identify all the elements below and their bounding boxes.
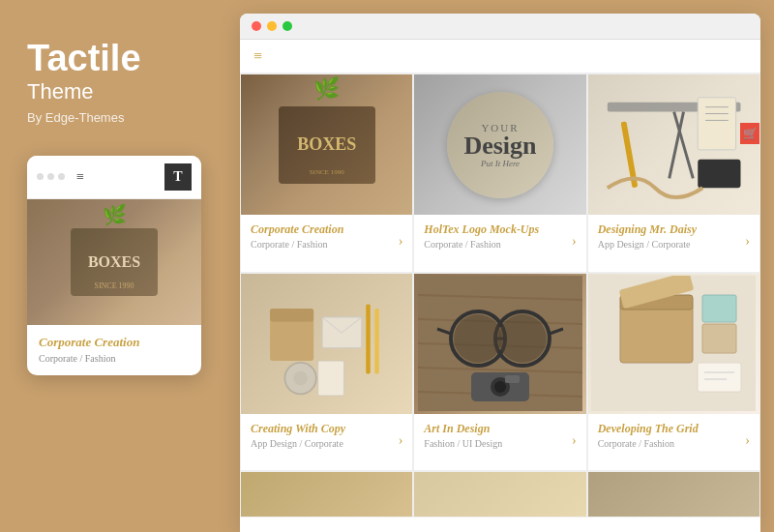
mobile-logo: T — [164, 163, 192, 191]
card-info-1: Corporate Creation Corporate / Fashion › — [241, 215, 412, 257]
mobile-dots — [37, 173, 65, 180]
card-arrow-4[interactable]: › — [399, 433, 403, 449]
glasses-svg — [418, 276, 582, 411]
grid-item-1[interactable]: 🌿 BOXES SINCE 1990 Corporate Creation Co… — [240, 74, 413, 273]
site-hamburger-icon[interactable]: ≡ — [253, 47, 262, 65]
svg-rect-35 — [505, 375, 520, 383]
svg-rect-14 — [366, 305, 371, 374]
card-arrow-2[interactable]: › — [572, 234, 577, 250]
mobile-topbar: ≡ T — [27, 156, 201, 199]
card-title-4: Creating With Copy — [251, 422, 402, 436]
mobile-hero-image: 🌿 BOXES SINCE 1990 — [27, 199, 201, 325]
design-stamp-image: YOUR Design Put It Here — [414, 74, 585, 215]
mobile-hamburger-icon: ≡ — [76, 169, 84, 185]
wooden-box-image: 🌿 BOXES SINCE 1990 — [241, 74, 412, 215]
card-title-3: Designing Mr. Daisy — [598, 222, 750, 237]
box-label: BOXES — [297, 135, 356, 155]
svg-rect-44 — [702, 295, 736, 322]
plant-icon: 🌿 — [313, 76, 340, 102]
grid-item-4[interactable]: Creating With Copy App Design / Corporat… — [240, 273, 413, 472]
boxes-craft-svg — [591, 276, 756, 411]
svg-rect-10 — [270, 309, 313, 322]
glasses-image — [414, 274, 585, 414]
svg-point-34 — [494, 381, 506, 393]
mobile-box-text: BOXES — [88, 252, 140, 271]
svg-point-30 — [454, 314, 502, 363]
mobile-wooden-box: BOXES SINCE 1990 — [71, 228, 158, 296]
mobile-box-subtext: SINCE 1990 — [94, 281, 134, 290]
wooden-box-inner: BOXES SINCE 1990 — [279, 106, 375, 184]
mobile-dot-2 — [47, 173, 54, 180]
svg-rect-40 — [702, 324, 736, 353]
cart-badge[interactable]: 🛒 — [740, 123, 760, 144]
mobile-preview: ≡ T 🌿 BOXES SINCE 1990 Corporate Creatio… — [27, 156, 201, 375]
card-title-6: Developing The Grid — [598, 422, 750, 436]
grid-item-3[interactable]: 🛒 Designing Mr. Daisy App Design / Corpo… — [587, 74, 760, 273]
svg-rect-18 — [318, 361, 344, 396]
left-panel: Tactile Theme By Edge-Themes ≡ T 🌿 BOXES… — [0, 0, 232, 532]
browser-content: ≡ 🌿 BOXES SINCE 1990 Corporate Creation … — [240, 40, 760, 532]
card-sub-5: Fashion / UI Design — [424, 438, 576, 449]
cart-icon: 🛒 — [743, 127, 758, 141]
plant-decoration: 🌿 — [103, 203, 127, 226]
card-arrow-5[interactable]: › — [572, 433, 577, 449]
card-title-2: HolTex Logo Mock-Ups — [424, 222, 576, 237]
card-arrow-3[interactable]: › — [745, 234, 750, 250]
mobile-card-info: Corporate Creation Corporate / Fashion — [27, 325, 201, 375]
browser-dot-red[interactable] — [252, 21, 261, 31]
mobile-card-sub: Corporate / Fashion — [39, 353, 190, 364]
browser-panel: ≡ 🌿 BOXES SINCE 1990 Corporate Creation … — [240, 14, 760, 532]
brand-by: By Edge-Themes — [27, 110, 124, 125]
card-sub-1: Corporate / Fashion — [251, 239, 402, 250]
stationery-svg — [253, 276, 401, 411]
svg-point-31 — [498, 314, 547, 363]
grid-item-2[interactable]: YOUR Design Put It Here HolTex Logo Mock… — [413, 74, 586, 273]
browser-chrome — [240, 14, 760, 40]
card-info-6: Developing The Grid Corporate / Fashion … — [588, 414, 759, 457]
portfolio-grid: 🌿 BOXES SINCE 1990 Corporate Creation Co… — [240, 74, 760, 532]
card-arrow-1[interactable]: › — [399, 234, 403, 250]
tools-image — [588, 74, 759, 215]
card-title-1: Corporate Creation — [251, 222, 402, 237]
card-sub-4: App Design / Corporate — [251, 438, 402, 449]
mobile-dot-3 — [58, 173, 65, 180]
card-sub-3: App Design / Corporate — [598, 239, 750, 250]
svg-rect-41 — [698, 363, 741, 392]
brand-subtitle: Theme — [27, 79, 93, 104]
card-sub-6: Corporate / Fashion — [598, 438, 750, 449]
boxes-craft-image — [588, 274, 759, 414]
card-info-5: Art In Design Fashion / UI Design › — [414, 414, 585, 457]
card-title-5: Art In Design — [424, 422, 576, 436]
stationery-image — [241, 274, 412, 414]
stamp-put-text: Put It Here — [481, 159, 520, 168]
svg-rect-8 — [698, 159, 740, 187]
grid-item-8-partial[interactable] — [413, 471, 586, 517]
card-info-2: HolTex Logo Mock-Ups Corporate / Fashion… — [414, 215, 585, 257]
partial-image-7 — [241, 472, 412, 517]
stamp-circle: YOUR Design Put It Here — [447, 92, 553, 198]
partial-image-9 — [588, 472, 759, 517]
mobile-card-title: Corporate Creation — [39, 335, 190, 350]
stamp-design-text: Design — [463, 133, 536, 159]
site-nav: ≡ — [240, 40, 760, 74]
card-arrow-6[interactable]: › — [745, 433, 750, 449]
svg-rect-37 — [620, 305, 693, 363]
browser-dot-green[interactable] — [283, 21, 292, 31]
svg-point-17 — [293, 371, 307, 385]
grid-item-6[interactable]: Developing The Grid Corporate / Fashion … — [587, 273, 760, 472]
grid-item-7-partial[interactable] — [240, 471, 413, 517]
card-sub-2: Corporate / Fashion — [424, 239, 576, 250]
card-info-4: Creating With Copy App Design / Corporat… — [241, 414, 412, 457]
grid-item-9-partial[interactable] — [587, 471, 760, 517]
card-info-3: Designing Mr. Daisy App Design / Corpora… — [588, 215, 759, 257]
box-sublabel: SINCE 1990 — [310, 168, 344, 176]
brand-title: Tactile — [27, 39, 141, 79]
browser-dot-yellow[interactable] — [267, 21, 277, 31]
svg-rect-4 — [698, 97, 735, 149]
mobile-dot-1 — [37, 173, 44, 180]
partial-image-8 — [414, 472, 585, 517]
svg-rect-15 — [374, 309, 379, 374]
grid-item-5[interactable]: Art In Design Fashion / UI Design › — [413, 273, 586, 472]
tools-svg — [598, 82, 750, 208]
